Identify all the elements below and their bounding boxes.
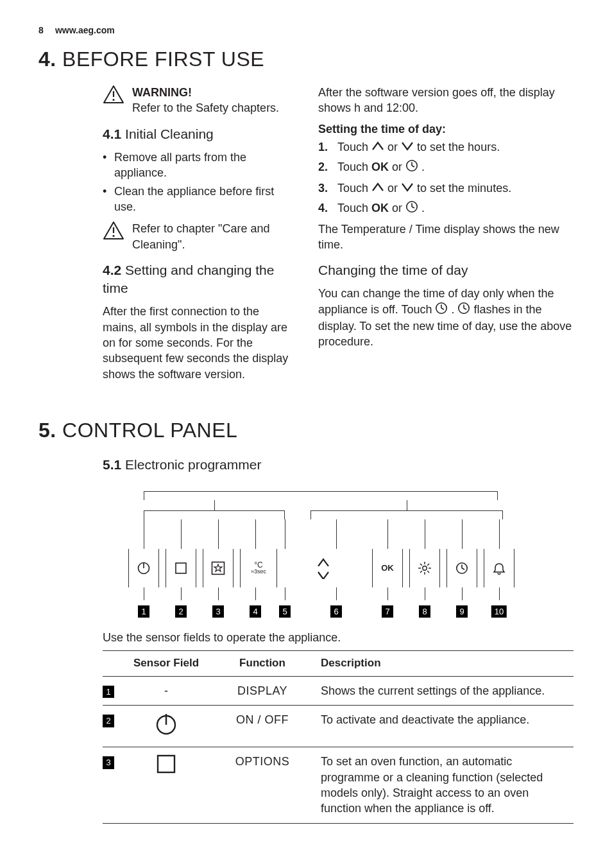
diagram-tag: 1 — [138, 605, 149, 618]
list-item: Remove all parts from the appliance. — [114, 150, 294, 181]
diagram-tag: 9 — [456, 605, 468, 618]
control-panel-diagram: °C»3sec OK — [128, 491, 513, 620]
diagram-tag: 2 — [175, 605, 187, 618]
chevron-up-icon — [371, 181, 384, 196]
subsection-5-1-heading: 5.1 Electronic programmer — [103, 456, 574, 474]
panel-ok-label: OK — [372, 549, 403, 587]
diagram-tag: 5 — [279, 605, 291, 618]
warning-title: WARNING! — [132, 85, 279, 100]
use-text: Use the sensor fields to operate the app… — [103, 630, 346, 645]
step-item: 2. Touch OK or . — [337, 159, 574, 176]
table-row: 3 OPTIONS To set an oven function, an au… — [103, 747, 574, 823]
list-item: Clean the appliance before first use. — [114, 184, 294, 215]
options-icon — [124, 747, 208, 823]
table-row: 2 ON / OFF To activate and deactivate th… — [103, 706, 574, 747]
change-time-heading: Changing the time of day — [318, 261, 574, 279]
panel-options-icon — [166, 549, 196, 587]
panel-light-icon — [409, 549, 440, 587]
note-block: Refer to chapter "Care and Cleaning". — [103, 221, 294, 252]
panel-favourite-icon — [203, 549, 234, 587]
panel-power-icon — [128, 549, 159, 587]
diagram-tag: 6 — [330, 605, 342, 618]
note-text: Refer to chapter "Care and Cleaning". — [132, 221, 294, 252]
diagram-tag: 4 — [250, 605, 261, 618]
paragraph: The Temperature / Time display shows the… — [318, 221, 574, 253]
diagram-tag: 3 — [212, 605, 224, 618]
paragraph: After the first connection to the mains,… — [103, 304, 294, 381]
clock-icon — [435, 302, 448, 318]
steps-heading: Setting the time of day: — [318, 121, 574, 137]
col-sensor: Sensor Field — [124, 650, 208, 676]
warning-block: WARNING! Refer to the Safety chapters. — [103, 85, 294, 116]
panel-temp-icon: °C»3sec — [240, 549, 277, 587]
section-5-heading: 5. CONTROL PANEL — [38, 417, 574, 444]
subsection-4-1-heading: 4.1 Initial Cleaning — [103, 125, 294, 143]
step-item: 1. Touch or to set the hours. — [337, 139, 574, 155]
paragraph: You can change the time of day only when… — [318, 286, 574, 349]
warning-icon — [103, 85, 124, 104]
chevron-up-icon — [371, 140, 384, 155]
left-column: WARNING! Refer to the Safety chapters. 4… — [38, 85, 294, 387]
site-url: www.aeg.com — [55, 25, 115, 35]
page-header: 8 www.aeg.com — [38, 24, 574, 37]
chevron-down-icon — [401, 140, 414, 155]
diagram-tag: 7 — [382, 605, 393, 618]
step-item: 4. Touch OK or . — [337, 200, 574, 217]
page-number: 8 — [38, 24, 53, 37]
step-item: 3. Touch or to set the minutes. — [337, 180, 574, 196]
sensor-field-dash: - — [124, 676, 208, 705]
warning-text: Refer to the Safety chapters. — [132, 100, 279, 116]
warning-icon — [103, 221, 124, 240]
table-row: 1 - DISPLAY Shows the current settings o… — [103, 676, 574, 705]
diagram-tag: 10 — [491, 605, 507, 618]
clock-icon — [457, 302, 470, 318]
right-column: After the software version goes off, the… — [318, 85, 574, 387]
subsection-4-2-heading: 4.2 Setting and changing the time — [103, 261, 294, 298]
panel-alarm-icon — [484, 549, 514, 587]
col-function: Function — [208, 650, 317, 676]
chevron-down-icon — [401, 181, 414, 196]
clock-icon — [405, 159, 418, 176]
clock-icon — [405, 200, 418, 217]
sensor-table: Sensor Field Function Description 1 - DI… — [103, 650, 574, 824]
panel-clock-icon — [446, 549, 477, 587]
paragraph: After the software version goes off, the… — [318, 85, 574, 116]
col-description: Description — [317, 650, 574, 676]
panel-updown-icon — [295, 549, 352, 587]
section-4-heading: 4. BEFORE FIRST USE — [38, 46, 574, 73]
diagram-tag: 8 — [419, 605, 430, 618]
power-icon — [124, 706, 208, 747]
